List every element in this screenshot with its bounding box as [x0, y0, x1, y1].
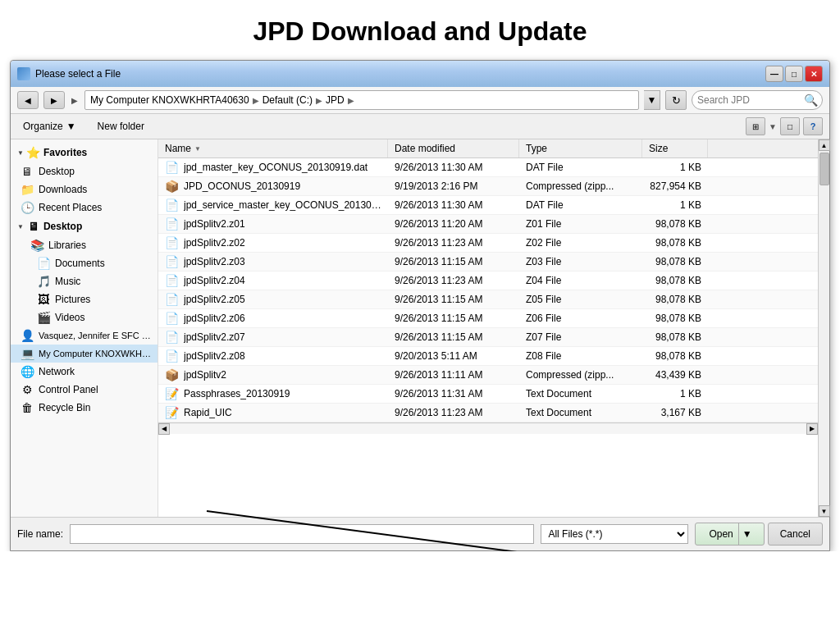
sidebar-item-computer[interactable]: 💻 My Computer KNOXWKHRTA... — [11, 345, 158, 363]
sidebar-item-desktop[interactable]: 🖥 Desktop — [11, 162, 158, 180]
videos-icon: 🎬 — [37, 311, 50, 324]
cancel-button[interactable]: Cancel — [768, 523, 823, 546]
scroll-left-button[interactable]: ◀ — [158, 423, 170, 435]
file-type-icon: 📄 — [165, 199, 179, 212]
table-row[interactable]: 📄 jpdSplitv2.z01 9/26/2013 11:20 AM Z01 … — [158, 215, 818, 234]
file-type-icon: 📄 — [165, 236, 179, 249]
address-dropdown-button[interactable]: ▼ — [644, 90, 660, 110]
help-button[interactable]: ? — [803, 117, 823, 135]
open-button[interactable]: Open ▼ — [695, 523, 764, 546]
table-row[interactable]: 📄 jpdSplitv2.z05 9/26/2013 11:15 AM Z05 … — [158, 290, 818, 309]
toolbar: Organize ▼ New folder ⊞ ▼ □ ? — [11, 114, 829, 139]
filename-input[interactable] — [70, 524, 534, 544]
col-header-name[interactable]: Name ▼ — [158, 139, 388, 158]
path-part-3: JPD — [326, 94, 345, 106]
sidebar-item-documents[interactable]: 📄 Documents — [11, 254, 158, 272]
open-button-arrow-icon[interactable]: ▼ — [738, 523, 756, 545]
action-buttons: Open ▼ Cancel — [695, 523, 823, 546]
file-type-icon: 📄 — [165, 293, 179, 306]
view-dropdown[interactable]: ▼ — [769, 122, 777, 131]
file-type-icon: 📄 — [165, 312, 179, 325]
file-cell-name: 📄 jpdSplitv2.z06 — [158, 309, 388, 327]
desktop-group-label: Desktop — [43, 221, 82, 232]
favorites-group[interactable]: ▼ ⭐ Favorites — [11, 143, 158, 162]
file-list-header: Name ▼ Date modified Type Size — [158, 139, 818, 158]
file-cell-type: Z08 File — [519, 347, 642, 365]
path-part-2: Default (C:) — [262, 94, 313, 106]
table-row[interactable]: 📝 Passphrases_20130919 9/26/2013 11:31 A… — [158, 385, 818, 404]
refresh-button[interactable]: ↻ — [665, 90, 687, 110]
search-box: 🔍 — [692, 90, 823, 110]
filetype-select[interactable]: All Files (*.*) — [541, 524, 688, 544]
documents-label: Documents — [55, 258, 105, 269]
file-cell-type: Z05 File — [519, 290, 642, 308]
sidebar-item-pictures[interactable]: 🖼 Pictures — [11, 290, 158, 308]
path-sep-2: ▶ — [316, 96, 322, 105]
scroll-right-button[interactable]: ▶ — [806, 423, 818, 435]
minimize-button[interactable]: — — [765, 66, 783, 82]
new-folder-button[interactable]: New folder — [92, 118, 150, 135]
scroll-thumb[interactable] — [819, 153, 829, 185]
libraries-icon: 📚 — [30, 239, 43, 252]
address-path[interactable]: My Computer KNOXWKHRTA40630 ▶ Default (C… — [84, 90, 639, 110]
scroll-up-button[interactable]: ▲ — [819, 139, 830, 151]
search-input[interactable] — [697, 94, 804, 106]
table-row[interactable]: 📦 JPD_OCONUS_20130919 9/19/2013 2:16 PM … — [158, 177, 818, 196]
table-row[interactable]: 📄 jpdSplitv2.z08 9/20/2013 5:11 AM Z08 F… — [158, 347, 818, 366]
file-cell-size: 1 KB — [642, 158, 708, 176]
table-row[interactable]: 📄 jpdSplitv2.z07 9/26/2013 11:15 AM Z07 … — [158, 328, 818, 347]
view-details-button[interactable]: ⊞ — [746, 117, 765, 135]
file-cell-type: DAT File — [519, 196, 642, 214]
table-row[interactable]: 📝 Rapid_UIC 9/26/2013 11:23 AM Text Docu… — [158, 404, 818, 422]
scroll-down-button[interactable]: ▼ — [819, 505, 830, 517]
table-row[interactable]: 📄 jpdSplitv2.z04 9/26/2013 11:23 AM Z04 … — [158, 272, 818, 290]
sidebar-item-libraries[interactable]: 📚 Libraries — [11, 236, 158, 254]
scroll-track-h[interactable] — [170, 424, 806, 434]
close-button[interactable]: ✕ — [805, 66, 823, 82]
col-header-date[interactable]: Date modified — [388, 139, 519, 158]
table-row[interactable]: 📦 jpdSplitv2 9/26/2013 11:11 AM Compress… — [158, 366, 818, 385]
file-name: jpdSplitv2.z01 — [184, 218, 245, 230]
forward-button[interactable]: ▶ — [43, 91, 65, 109]
path-sep-1: ▶ — [253, 96, 259, 105]
col-header-size[interactable]: Size — [642, 139, 708, 158]
file-type-icon: 📝 — [165, 406, 179, 419]
music-icon: 🎵 — [37, 275, 50, 288]
file-cell-name: 📄 jpdSplitv2.z03 — [158, 253, 388, 271]
table-row[interactable]: 📄 jpd_master_key_OCONUS_20130919.dat 9/2… — [158, 158, 818, 177]
sidebar-item-videos[interactable]: 🎬 Videos — [11, 308, 158, 326]
network-icon: 🌐 — [21, 365, 34, 378]
file-cell-size: 1 KB — [642, 196, 708, 214]
desktop-group[interactable]: ▼ 🖥 Desktop — [11, 217, 158, 236]
sidebar-item-control-panel[interactable]: ⚙ Control Panel — [11, 381, 158, 399]
file-cell-size: 98,078 KB — [642, 309, 708, 327]
sidebar-item-recent-places[interactable]: 🕒 Recent Places — [11, 199, 158, 217]
preview-pane-button[interactable]: □ — [780, 117, 800, 135]
horizontal-scrollbar[interactable]: ◀ ▶ — [158, 422, 818, 434]
file-cell-date: 9/26/2013 11:11 AM — [388, 366, 519, 384]
organize-label: Organize — [23, 121, 63, 132]
file-cell-name: 📄 jpdSplitv2.z05 — [158, 290, 388, 308]
search-button[interactable]: 🔍 — [804, 94, 818, 107]
sidebar-item-user[interactable]: 👤 Vasquez, Jennifer E SFC MIL US — [11, 326, 158, 345]
recent-places-icon: 🕒 — [21, 201, 34, 214]
table-row[interactable]: 📄 jpdSplitv2.z03 9/26/2013 11:15 AM Z03 … — [158, 253, 818, 272]
table-row[interactable]: 📄 jpdSplitv2.z06 9/26/2013 11:15 AM Z06 … — [158, 309, 818, 328]
file-cell-date: 9/26/2013 11:20 AM — [388, 215, 519, 233]
col-header-type[interactable]: Type — [519, 139, 642, 158]
organize-button[interactable]: Organize ▼ — [17, 118, 82, 135]
sidebar-item-downloads[interactable]: 📁 Downloads — [11, 180, 158, 199]
sidebar-item-music[interactable]: 🎵 Music — [11, 272, 158, 290]
maximize-button[interactable]: □ — [785, 66, 803, 82]
file-type-icon: 📄 — [165, 217, 179, 231]
sidebar-item-recycle-bin[interactable]: 🗑 Recycle Bin — [11, 399, 158, 417]
file-cell-type: Z04 File — [519, 272, 642, 290]
file-cell-size: 98,078 KB — [642, 253, 708, 271]
file-cell-name: 📝 Passphrases_20130919 — [158, 385, 388, 403]
table-row[interactable]: 📄 jpdSplitv2.z02 9/26/2013 11:23 AM Z02 … — [158, 234, 818, 253]
back-button[interactable]: ◀ — [17, 91, 39, 109]
sidebar-item-network[interactable]: 🌐 Network — [11, 363, 158, 381]
table-row[interactable]: 📄 jpd_service_master_key_OCONUS_201309..… — [158, 196, 818, 215]
downloads-icon: 📁 — [21, 183, 34, 196]
documents-icon: 📄 — [37, 257, 50, 270]
